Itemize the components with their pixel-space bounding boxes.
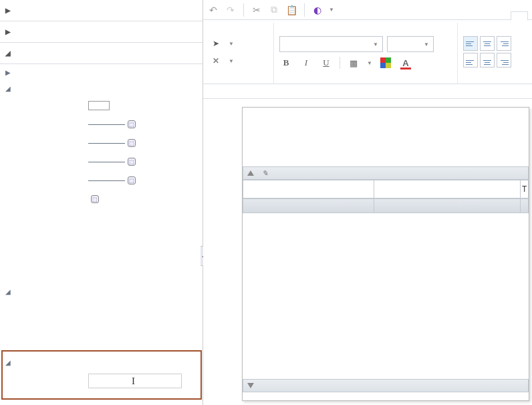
cut-icon[interactable]: ✂ bbox=[251, 4, 263, 16]
prop-text-alignment[interactable] bbox=[0, 209, 203, 227]
link-icon[interactable]: ⬚ bbox=[128, 176, 136, 184]
font-name-combo[interactable]: ▼ bbox=[279, 36, 383, 52]
delete-button[interactable]: ✕ ▼ bbox=[213, 53, 268, 68]
end-grouping-bar[interactable] bbox=[243, 379, 529, 392]
prop-border-top[interactable]: ⬚ bbox=[0, 171, 203, 190]
cursor-icon: ➤ bbox=[213, 39, 219, 48]
align-bottom-center[interactable] bbox=[480, 53, 495, 68]
chevron-right-icon: ▶ bbox=[5, 28, 13, 35]
appearance-props: ⬚ ⬚ ⬚ ⬚ ⬚ bbox=[0, 96, 203, 283]
prop-border-right[interactable]: ⬚ bbox=[0, 152, 203, 171]
ribbon: ➤ ▼ ✕ ▼ ▼ ▼ bbox=[203, 20, 532, 84]
ribbon-tabs bbox=[476, 0, 528, 20]
fill-color-icon[interactable] bbox=[379, 56, 392, 70]
triangle-down-icon bbox=[247, 383, 254, 388]
prop-formatting-style[interactable] bbox=[0, 318, 203, 337]
chevron-down-icon: ◢ bbox=[5, 49, 13, 57]
chevron-down-icon: ▼ bbox=[229, 41, 234, 47]
align-top-right[interactable] bbox=[497, 36, 511, 51]
divider bbox=[243, 3, 244, 17]
prop-text-indent[interactable] bbox=[0, 227, 203, 246]
chevron-down-icon: ◢ bbox=[5, 85, 13, 92]
align-bottom-left[interactable] bbox=[463, 53, 478, 68]
prop-background-color[interactable] bbox=[0, 96, 203, 115]
pencil-icon[interactable]: ✎ bbox=[262, 169, 268, 178]
chevron-down-icon: ◢ bbox=[5, 288, 13, 295]
horizontal-ruler bbox=[203, 84, 532, 99]
prop-padding[interactable]: ⬚ bbox=[0, 190, 203, 209]
chevron-down-icon[interactable]: ▼ bbox=[367, 60, 372, 66]
chevron-down-icon[interactable]: ▼ bbox=[329, 7, 334, 13]
border-icon[interactable]: ▦ bbox=[347, 56, 360, 70]
prop-width[interactable] bbox=[0, 265, 203, 283]
subheader-fullname[interactable] bbox=[374, 198, 521, 213]
line-preview bbox=[88, 180, 125, 181]
link-icon[interactable]: ⬚ bbox=[128, 120, 136, 128]
bold-icon[interactable]: B bbox=[279, 56, 293, 70]
tab-insert[interactable] bbox=[476, 11, 493, 20]
divider bbox=[304, 3, 305, 17]
start-grouping-bar[interactable]: ✎ bbox=[243, 166, 529, 180]
prop-border-left[interactable]: ⬚ bbox=[0, 134, 203, 152]
divider bbox=[340, 57, 340, 69]
section-data-source[interactable]: ▶ bbox=[0, 0, 203, 21]
select-button[interactable]: ➤ ▼ bbox=[213, 36, 268, 51]
align-top-center[interactable] bbox=[480, 36, 495, 51]
link-icon[interactable]: ⬚ bbox=[128, 139, 136, 147]
chevron-down-icon: ▼ bbox=[424, 41, 429, 47]
align-top-left[interactable] bbox=[463, 36, 478, 51]
align-bottom-right[interactable] bbox=[497, 53, 511, 68]
chevron-down-icon: ▼ bbox=[229, 58, 234, 64]
header-trailing[interactable]: T bbox=[521, 180, 529, 198]
highlight-box bbox=[1, 350, 202, 400]
chevron-down-icon: ▼ bbox=[373, 41, 378, 47]
link-icon[interactable]: ⬚ bbox=[91, 195, 99, 203]
design-canvas[interactable]: ✎ T bbox=[203, 99, 532, 405]
prop-border-bottom[interactable]: ⬚ bbox=[0, 115, 203, 134]
properties-panel: ▶ ▶ ◢ ▶ ◢ ⬚ ⬚ ⬚ bbox=[0, 0, 203, 405]
group-title bbox=[463, 23, 523, 35]
editor-area: ↶ ↷ ✂ ⧉ 📋 ◐ ▼ ➤ ▼ ✕ bbox=[203, 0, 532, 405]
section-components[interactable]: ▶ bbox=[0, 21, 203, 43]
subheader-manager[interactable] bbox=[243, 198, 374, 213]
refresh-icon[interactable]: ◐ bbox=[311, 4, 323, 16]
copy-icon[interactable]: ⧉ bbox=[268, 4, 280, 16]
line-preview bbox=[88, 124, 125, 125]
prop-formatting-mask[interactable] bbox=[0, 299, 203, 318]
tab-column[interactable] bbox=[511, 11, 528, 21]
delete-icon: ✕ bbox=[213, 56, 219, 65]
subsection-appearance[interactable]: ◢ bbox=[0, 80, 203, 96]
link-icon[interactable]: ⬚ bbox=[128, 158, 136, 166]
chevron-right-icon: ▶ bbox=[5, 7, 13, 14]
subsection-data-formatting[interactable]: ◢ bbox=[0, 283, 203, 299]
header-department-1[interactable] bbox=[243, 180, 374, 198]
font-color-icon[interactable]: A bbox=[399, 56, 412, 70]
undo-icon[interactable]: ↶ bbox=[207, 4, 219, 16]
color-swatch[interactable] bbox=[88, 101, 110, 110]
header-department-2[interactable] bbox=[374, 180, 521, 198]
italic-icon[interactable]: I bbox=[299, 56, 313, 70]
section-properties[interactable]: ◢ bbox=[0, 43, 203, 64]
subsection-font[interactable]: ▶ bbox=[0, 64, 203, 80]
redo-icon[interactable]: ↷ bbox=[225, 4, 237, 16]
triangle-up-icon bbox=[247, 170, 254, 176]
underline-icon[interactable]: U bbox=[319, 56, 333, 70]
toolbar-main: ↶ ↷ ✂ ⧉ 📋 ◐ ▼ bbox=[203, 0, 532, 20]
alignment-grid bbox=[463, 36, 523, 68]
line-preview bbox=[88, 162, 125, 162]
group-title bbox=[279, 23, 452, 35]
font-size-combo[interactable]: ▼ bbox=[387, 36, 434, 52]
paste-icon[interactable]: 📋 bbox=[285, 4, 297, 16]
report-paper: ✎ T bbox=[242, 107, 529, 401]
line-preview bbox=[88, 143, 125, 144]
tab-page-layout[interactable] bbox=[493, 11, 511, 20]
prop-vertical-alignment[interactable] bbox=[0, 246, 203, 265]
chevron-right-icon: ▶ bbox=[5, 69, 13, 76]
subheader-trailing[interactable] bbox=[521, 198, 529, 213]
group-title bbox=[213, 23, 268, 35]
